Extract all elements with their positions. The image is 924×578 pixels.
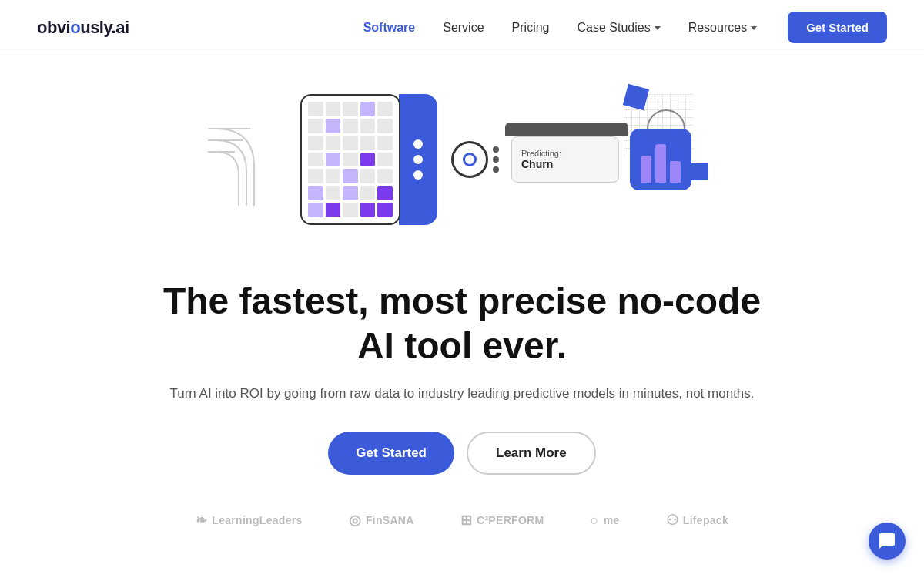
grid-cell — [377, 186, 393, 200]
chat-bubble-button[interactable] — [869, 523, 906, 560]
predicting-panel: Predicting: Churn — [511, 136, 619, 183]
grid-cell — [308, 203, 323, 217]
grid-cell — [360, 186, 376, 200]
dial-area — [451, 141, 499, 178]
get-started-button[interactable]: Get Started — [328, 432, 454, 475]
grid-cell — [326, 153, 341, 167]
logo-name: me — [604, 514, 620, 526]
learn-more-button[interactable]: Learn More — [467, 432, 596, 475]
grid-cell — [308, 186, 323, 200]
grid-cell — [308, 169, 323, 183]
chat-icon — [878, 532, 896, 550]
chart-panel — [630, 129, 691, 190]
grid-cell — [343, 203, 358, 217]
grey-top-bar — [505, 123, 628, 136]
dial-inner — [463, 153, 477, 166]
grid-cell — [308, 153, 323, 167]
grid-cell — [326, 203, 341, 217]
grid-cell — [343, 186, 358, 200]
hero-text-block: The fastest, most precise no-code AI too… — [0, 279, 924, 512]
grid-cell — [343, 102, 358, 116]
chart-bar-1 — [641, 156, 651, 183]
grid-cell — [343, 169, 358, 183]
grid-cell — [326, 169, 341, 183]
chevron-down-icon — [751, 26, 757, 30]
chevron-down-icon — [654, 26, 661, 30]
machine: Predicting: Churn — [300, 94, 691, 225]
grid-cell — [308, 136, 323, 150]
curved-lines-decoration — [208, 113, 308, 206]
partner-logo: ◎FinSANA — [349, 512, 414, 529]
logo[interactable]: obviously.ai — [37, 18, 129, 38]
nav-software[interactable]: Software — [363, 21, 416, 35]
grid-cell — [360, 102, 376, 116]
partner-logo: ❧LearningLeaders — [196, 512, 303, 529]
hero-title: The fastest, most precise no-code AI too… — [154, 279, 770, 368]
logo-name: FinSANA — [366, 514, 414, 526]
partner-logo: ⊞C²PERFORM — [460, 512, 544, 529]
dial-control — [451, 141, 488, 178]
grid-cell — [326, 136, 341, 150]
cta-buttons: Get Started Learn More — [154, 432, 770, 475]
grid-cell — [360, 203, 376, 217]
hero-illustration: Predicting: Churn — [192, 71, 732, 256]
logo-icon: ⊞ — [460, 512, 472, 529]
nav-case-studies[interactable]: Case Studies — [577, 21, 660, 35]
logo-icon: ○ — [590, 512, 598, 529]
partner-logo: ⚇Lifepack — [666, 512, 729, 529]
grid-cell — [308, 102, 323, 116]
logo-name: Lifepack — [683, 514, 728, 526]
grid-cell — [377, 169, 393, 183]
connector-dot-2 — [413, 155, 423, 164]
grid-cell — [377, 203, 393, 217]
logo-icon: ❧ — [196, 512, 207, 529]
connector-dot-1 — [413, 139, 423, 149]
grid-cell — [360, 169, 376, 183]
logo-name: LearningLeaders — [212, 514, 302, 526]
dial-dot-1 — [493, 146, 499, 153]
chart-bar-2 — [655, 144, 666, 183]
grid-cell — [377, 136, 393, 150]
hero-subtitle: Turn AI into ROI by going from raw data … — [154, 383, 770, 404]
chart-bar-3 — [670, 161, 681, 183]
partner-logos: ❧LearningLeaders◎FinSANA⊞C²PERFORM○me⚇Li… — [149, 512, 775, 529]
deco-square-bottom — [691, 163, 708, 180]
blue-connector — [399, 94, 437, 225]
nav-get-started-button[interactable]: Get Started — [788, 12, 887, 43]
grid-cell — [343, 119, 358, 133]
controls-area: Predicting: Churn — [445, 129, 691, 190]
grid-cell — [377, 119, 393, 133]
grid-cell — [377, 102, 393, 116]
grid-cell — [326, 119, 341, 133]
grid-cell — [326, 186, 341, 200]
predicting-container: Predicting: Churn — [505, 136, 619, 183]
navigation: obviously.ai Software Service Pricing Ca… — [0, 0, 924, 55]
grid-cell — [343, 153, 358, 167]
partner-logo: ○me — [590, 512, 619, 529]
dial-dots — [493, 146, 499, 173]
nav-pricing[interactable]: Pricing — [512, 21, 550, 35]
nav-links: Software Service Pricing Case Studies Re… — [363, 21, 758, 35]
predicting-value: Churn — [521, 158, 609, 170]
grid-panel — [300, 94, 400, 225]
logo-name: C²PERFORM — [477, 514, 544, 526]
grid-cell — [326, 102, 341, 116]
nav-service[interactable]: Service — [443, 21, 484, 35]
hero-section: Predicting: Churn The fastest, most prec… — [0, 55, 924, 529]
grid-cell — [377, 153, 393, 167]
nav-resources[interactable]: Resources — [688, 21, 757, 35]
dial-dot-3 — [493, 166, 499, 173]
dial-dot-2 — [493, 156, 499, 163]
grid-cell — [360, 136, 376, 150]
connector-dot-3 — [413, 170, 423, 180]
logo-icon: ⚇ — [666, 512, 678, 529]
grid-cell — [308, 119, 323, 133]
logo-icon: ◎ — [349, 512, 361, 529]
predicting-label: Predicting: — [521, 149, 609, 158]
grid-cell — [360, 153, 376, 167]
grid-cell — [343, 136, 358, 150]
grid-cell — [360, 119, 376, 133]
